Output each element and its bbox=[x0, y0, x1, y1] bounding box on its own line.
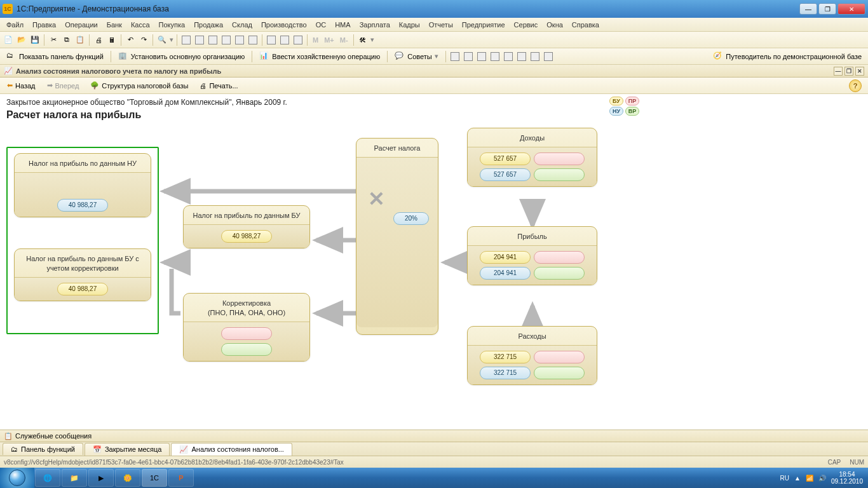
document-tab-title: Анализ состояния налогового учета по нал… bbox=[16, 67, 221, 75]
tb-icon-f[interactable] bbox=[247, 34, 259, 46]
card-income[interactable]: Доходы 527 657 527 657 bbox=[467, 128, 597, 187]
forward-button[interactable]: ➡Вперед bbox=[43, 79, 84, 92]
tb2-g[interactable] bbox=[529, 51, 541, 62]
card-tax-nu[interactable]: Налог на прибыль по данным НУ 40 988,27 bbox=[14, 153, 151, 217]
service-messages-bar[interactable]: 📋Служебные сообщения bbox=[0, 430, 868, 442]
mode-mplus[interactable]: М+ bbox=[322, 36, 336, 44]
menu-cash[interactable]: Касса bbox=[127, 20, 154, 30]
tools-icon[interactable]: 🛠 bbox=[357, 34, 369, 46]
structure-button[interactable]: 🌳Структура налоговой базы bbox=[86, 79, 193, 92]
taskbar-explorer[interactable]: 📁 bbox=[62, 469, 87, 487]
tb2-d[interactable] bbox=[489, 51, 501, 62]
card-calc[interactable]: Расчет налога ✕ 20% bbox=[356, 138, 438, 335]
tb-icon-a[interactable] bbox=[180, 34, 192, 46]
report-content: Закрытое акционерное общество "Торговый … bbox=[0, 94, 868, 450]
card-tax-bu-corr[interactable]: Налог на прибыль по данным БУ с учетом к… bbox=[14, 248, 151, 301]
mode-mminus[interactable]: М- bbox=[338, 36, 350, 44]
menu-warehouse[interactable]: Склад bbox=[228, 20, 256, 30]
card-income-title: Доходы bbox=[473, 133, 592, 143]
paste-icon[interactable]: 📋 bbox=[74, 34, 86, 46]
tb2-e[interactable] bbox=[503, 51, 514, 62]
menu-personnel[interactable]: Кадры bbox=[395, 20, 424, 30]
tab-tax-analysis[interactable]: 📈Анализ состояния налогов... bbox=[171, 443, 292, 456]
cut-icon[interactable]: ✂ bbox=[48, 34, 59, 46]
close-button[interactable]: ✕ bbox=[837, 3, 865, 15]
taskbar-media[interactable]: ▶ bbox=[88, 469, 114, 487]
menu-service[interactable]: Сервис bbox=[510, 20, 542, 30]
menu-os[interactable]: ОС bbox=[312, 20, 330, 30]
taskbar-ppt[interactable]: P bbox=[168, 469, 194, 487]
tb-icon-c[interactable] bbox=[207, 34, 219, 46]
card-correction[interactable]: Корректировка(ПНО, ПНА, ОНА, ОНО) bbox=[183, 293, 310, 362]
tray-flag-icon[interactable]: ▲ bbox=[794, 475, 801, 482]
mode-m[interactable]: М bbox=[311, 36, 320, 44]
set-org-button[interactable]: 🏢Установить основную организацию bbox=[114, 50, 249, 64]
undo-icon[interactable]: ↶ bbox=[125, 34, 136, 46]
doc-min-button[interactable]: ― bbox=[834, 67, 843, 76]
save-icon[interactable]: 💾 bbox=[29, 34, 41, 46]
tray-network-icon[interactable]: 📶 bbox=[806, 475, 813, 482]
redo-icon[interactable]: ↷ bbox=[138, 34, 149, 46]
print-icon[interactable]: 🖨 bbox=[93, 34, 104, 46]
tb-icon-g[interactable] bbox=[266, 34, 277, 46]
menu-enterprise[interactable]: Предприятие bbox=[458, 20, 509, 30]
minimize-button[interactable]: ― bbox=[799, 3, 817, 15]
doc-max-button[interactable]: ❐ bbox=[844, 67, 853, 76]
tb-icon-i[interactable] bbox=[292, 34, 304, 46]
maximize-button[interactable]: ❐ bbox=[818, 3, 836, 15]
menu-salary[interactable]: Зарплата bbox=[356, 20, 394, 30]
taskbar-ie[interactable]: 🌐 bbox=[35, 469, 60, 487]
card-profit[interactable]: Прибыль 204 941 204 941 bbox=[467, 226, 597, 285]
advice-button[interactable]: 💬Советы▾ bbox=[391, 50, 442, 64]
enter-op-button[interactable]: 📊Ввести хозяйственную операцию bbox=[255, 50, 384, 64]
tb2-a[interactable] bbox=[449, 51, 461, 62]
card-profit-blue: 204 941 bbox=[480, 267, 531, 280]
legend-bu: БУ bbox=[609, 97, 623, 105]
new-icon[interactable]: 📄 bbox=[3, 34, 14, 46]
card-correction-title: Корректировка(ПНО, ПНА, ОНА, ОНО) bbox=[189, 299, 304, 318]
tb-icon-b[interactable] bbox=[194, 34, 205, 46]
tb2-h[interactable] bbox=[543, 51, 554, 62]
menu-operations[interactable]: Операции bbox=[61, 20, 101, 30]
open-icon[interactable]: 📂 bbox=[16, 34, 27, 46]
tab-panel-functions[interactable]: 🗂Панель функций bbox=[3, 443, 83, 455]
tb-icon-h[interactable] bbox=[279, 34, 290, 46]
copy-icon[interactable]: ⧉ bbox=[61, 34, 72, 46]
menu-production[interactable]: Производство bbox=[257, 20, 311, 30]
card-expense[interactable]: Расходы 322 715 322 715 bbox=[467, 326, 597, 385]
tb-icon-e[interactable] bbox=[234, 34, 245, 46]
tab-month-close[interactable]: 📅Закрытие месяца bbox=[85, 443, 170, 456]
help-icon[interactable]: ? bbox=[849, 79, 862, 92]
taskbar-1c[interactable]: 1C bbox=[142, 469, 167, 487]
menu-nma[interactable]: НМА bbox=[331, 20, 354, 30]
guide-button[interactable]: 🧭Путеводитель по демонстрационной базе bbox=[709, 50, 865, 64]
back-button[interactable]: ⬅Назад bbox=[3, 79, 40, 92]
menu-edit[interactable]: Правка bbox=[29, 20, 60, 30]
report-toolbar: ⬅Назад ➡Вперед 🌳Структура налоговой базы… bbox=[0, 78, 868, 94]
tray-clock[interactable]: 18:5409.12.2010 bbox=[831, 471, 863, 485]
taskbar-icq[interactable]: 🌼 bbox=[115, 469, 140, 487]
menu-purchase[interactable]: Покупка bbox=[155, 20, 189, 30]
calc-icon[interactable]: 🖩 bbox=[106, 34, 118, 46]
card-income-yellow: 527 657 bbox=[480, 152, 531, 165]
search-icon[interactable]: 🔍 bbox=[156, 34, 168, 46]
windows-taskbar: 🌐 📁 ▶ 🌼 1C P RU ▲ 📶 🔊 18:5409.12.2010 bbox=[0, 468, 868, 488]
card-profit-title: Прибыль bbox=[473, 232, 592, 241]
menu-windows[interactable]: Окна bbox=[543, 20, 567, 30]
menu-bank[interactable]: Банк bbox=[103, 20, 126, 30]
tray-lang[interactable]: RU bbox=[780, 475, 789, 482]
menu-help[interactable]: Справка bbox=[568, 20, 603, 30]
start-button[interactable] bbox=[0, 468, 34, 488]
doc-close-button[interactable]: ✕ bbox=[855, 67, 864, 76]
tb2-b[interactable] bbox=[463, 51, 474, 62]
menu-sale[interactable]: Продажа bbox=[190, 20, 227, 30]
tb-icon-d[interactable] bbox=[220, 34, 232, 46]
menu-file[interactable]: Файл bbox=[3, 20, 27, 30]
card-tax-bu[interactable]: Налог на прибыль по данным БУ 40 988,27 bbox=[183, 205, 310, 248]
tray-sound-icon[interactable]: 🔊 bbox=[818, 475, 826, 482]
show-panel-button[interactable]: 🗂Показать панель функций bbox=[3, 50, 107, 64]
tb2-f[interactable] bbox=[516, 51, 527, 62]
tb2-c[interactable] bbox=[476, 51, 487, 62]
menu-reports[interactable]: Отчеты bbox=[425, 20, 457, 30]
print-button[interactable]: 🖨Печать... bbox=[195, 80, 242, 92]
